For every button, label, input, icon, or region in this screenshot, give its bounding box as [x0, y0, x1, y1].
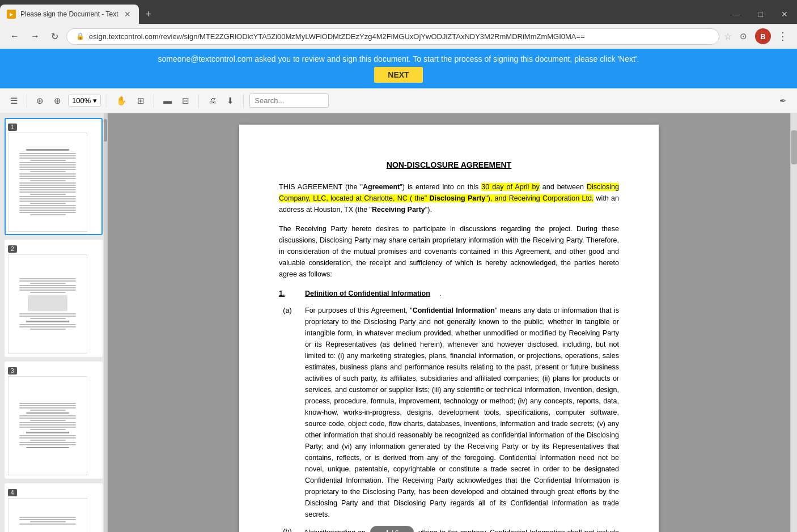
profile-button[interactable]: B: [755, 28, 771, 44]
print-button[interactable]: 🖨: [205, 94, 220, 107]
address-bar-row: ← → ↻ 🔒 esign.textcontrol.com/review/sig…: [0, 24, 797, 49]
disclosing-party-bold: Disclosing Party: [430, 194, 486, 202]
hand-tool-button[interactable]: ✋: [113, 94, 130, 108]
pen-tool-button[interactable]: ✒: [776, 94, 790, 108]
active-tab[interactable]: Please sign the Document - Text ✕: [0, 5, 139, 24]
section-1b-text: Notwithstanding an ‹ 1 / 6 › ything to t…: [305, 526, 619, 532]
tab-favicon-icon: [7, 10, 16, 19]
search-input[interactable]: [249, 93, 329, 108]
page-num-1: 1: [8, 124, 17, 131]
next-page-button[interactable]: ›: [401, 527, 408, 532]
section-1b: (b) Notwithstanding an ‹ 1 / 6 › ything …: [279, 526, 619, 532]
single-page-button[interactable]: ▬: [160, 94, 175, 107]
page-num-4: 4: [8, 489, 17, 496]
date-highlight: 30 day of April by: [481, 183, 539, 191]
extensions-button[interactable]: ⊙: [736, 29, 751, 43]
section-1-period: .: [439, 288, 441, 299]
section-1a-text: For purposes of this Agreement, "Confide…: [305, 305, 619, 520]
section-1-num: 1.: [279, 288, 296, 299]
thumb-image-4: [8, 498, 87, 532]
page-num-2: 2: [8, 245, 17, 253]
section-1-title: Definition of Confidential Information: [305, 288, 430, 299]
new-tab-button[interactable]: +: [139, 8, 159, 20]
thumb-image-2: [8, 254, 87, 354]
scrollbar-thumb: [791, 130, 797, 164]
tab-title: Please sign the Document - Text: [20, 10, 118, 18]
zoom-value: 100%: [72, 96, 91, 105]
prev-page-button[interactable]: ‹: [376, 527, 383, 532]
section-1a: (a) For purposes of this Agreement, "Con…: [279, 305, 619, 520]
sidebar-scrollbar[interactable]: [104, 113, 107, 532]
intro-paragraph: THIS AGREEMENT (the "Agreement") is ente…: [279, 181, 619, 215]
page-thumb-4[interactable]: 4: [5, 483, 103, 532]
page-thumb-3[interactable]: 3: [5, 361, 103, 479]
intro-text-mid: ") is entered into on this: [400, 183, 481, 191]
section-1b-label: (b): [279, 526, 296, 532]
thumb-image-1: [8, 133, 87, 232]
page-indicator-text: 1 / 6: [385, 528, 398, 532]
address-field[interactable]: 🔒 esign.textcontrol.com/review/sign/MTE2…: [66, 28, 719, 45]
refresh-button[interactable]: ↻: [48, 29, 62, 44]
page-nav-anchor: ‹ 1 / 6 ›: [366, 529, 418, 532]
sidebar-toggle-button[interactable]: ☰: [7, 94, 21, 108]
sidebar-scrollbar-thumb: [104, 119, 107, 142]
close-button[interactable]: ✕: [772, 2, 797, 26]
two-page-button[interactable]: ⊟: [179, 94, 193, 108]
thumb-image-3: [8, 376, 87, 475]
section-1a-label: (a): [279, 305, 296, 520]
fit-page-button[interactable]: ⊞: [134, 94, 148, 108]
toolbar-separator: [27, 94, 27, 108]
toolbar-separator-2: [107, 94, 107, 108]
document-title: NON-DISCLOSURE AGREEMENT: [279, 159, 619, 171]
company-highlight-end: "), and Receiving Corporation Ltd.: [485, 194, 593, 202]
recital-paragraph: The Receiving Party hereto desires to pa…: [279, 223, 619, 280]
back-button[interactable]: ←: [7, 29, 23, 44]
page-thumbnail-sidebar: 1 2: [0, 113, 108, 532]
lock-icon: 🔒: [76, 32, 84, 40]
page-thumb-1[interactable]: 1: [5, 118, 103, 235]
browser-menu-button[interactable]: ⋮: [775, 28, 790, 45]
page-num-3: 3: [8, 367, 17, 374]
toolbar-separator-5: [243, 94, 244, 108]
zoom-dropdown-icon: ▾: [93, 96, 97, 105]
download-button[interactable]: ⬇: [223, 94, 238, 108]
agreement-bold: Agreement: [363, 183, 400, 191]
toolbar-separator-3: [154, 94, 154, 108]
receiving-party-bold: Receiving Party: [372, 206, 425, 214]
intro-text-and: and between: [540, 183, 587, 191]
document-page: NON-DISCLOSURE AGREEMENT THIS AGREEMENT …: [239, 125, 659, 532]
document-area: NON-DISCLOSURE AGREEMENT THIS AGREEMENT …: [108, 113, 790, 532]
maximize-button[interactable]: □: [749, 2, 772, 26]
notification-bar: someone@textcontrol.com asked you to rev…: [0, 49, 797, 88]
address-text: esign.textcontrol.com/review/sign/MTE2ZG…: [89, 32, 710, 41]
main-area: 1 2: [0, 113, 797, 532]
next-button[interactable]: NEXT: [374, 67, 422, 83]
confidential-info-bold: Confidential Information: [413, 307, 495, 314]
zoom-out-button[interactable]: ⊕: [33, 94, 47, 108]
zoom-selector[interactable]: 100% ▾: [68, 95, 101, 107]
section-1-heading: 1. Definition of Confidential Informatio…: [279, 288, 619, 299]
zoom-in-button[interactable]: ⊕: [50, 94, 65, 108]
toolbar-separator-4: [198, 94, 199, 108]
document-toolbar: ☰ ⊕ ⊕ 100% ▾ ✋ ⊞ ▬ ⊟ 🖨 ⬇ ✒: [0, 88, 797, 113]
notification-message: someone@textcontrol.com asked you to rev…: [11, 54, 786, 63]
intro-text-prefix: THIS AGREEMENT (the ": [279, 183, 363, 191]
page-thumb-2[interactable]: 2: [5, 240, 103, 357]
intro-close: ").: [425, 206, 432, 214]
bookmark-button[interactable]: ☆: [724, 31, 732, 42]
tab-close-icon[interactable]: ✕: [123, 8, 132, 20]
forward-button[interactable]: →: [27, 29, 43, 44]
document-scrollbar[interactable]: [790, 113, 797, 532]
minimize-button[interactable]: —: [723, 2, 749, 26]
